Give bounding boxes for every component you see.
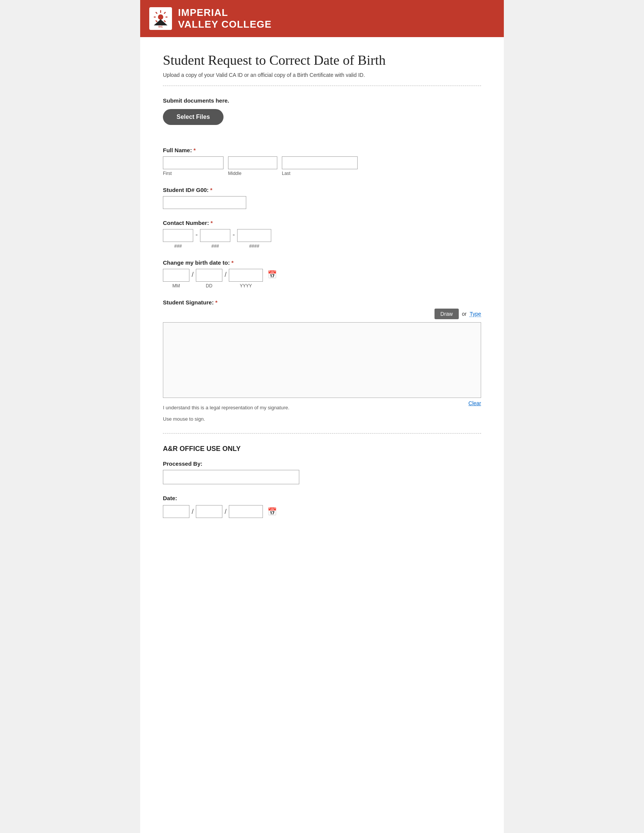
page-title: Student Request to Correct Date of Birth (163, 52, 481, 68)
birth-dd-sublabel: DD (206, 283, 212, 288)
last-name-input[interactable] (282, 156, 357, 169)
phone-prefix-input[interactable] (200, 229, 230, 242)
page-subtitle: Upload a copy of your Valid CA ID or an … (163, 72, 481, 78)
date-group: Date: / / 📅 (163, 495, 481, 518)
birth-date-label: Change my birth date to:* (163, 259, 481, 266)
birth-dd-input[interactable] (196, 269, 222, 282)
last-sublabel: Last (282, 171, 357, 176)
phone-prefix-sublabel: ### (211, 243, 219, 249)
student-id-input[interactable] (163, 196, 246, 209)
birth-yyyy-input[interactable] (229, 269, 263, 282)
last-name-wrap: Last (282, 156, 357, 176)
signature-note-2: Use mouse to sign. (163, 415, 290, 423)
college-logo: IVC (149, 7, 172, 30)
first-sublabel: First (163, 171, 224, 176)
signature-note-1: I understand this is a legal representat… (163, 404, 290, 412)
birth-dd-wrap: DD (196, 269, 222, 288)
contact-number-group: Contact Number:* ### - ### - #### (163, 220, 481, 249)
birth-yyyy-wrap: YYYY (229, 269, 263, 288)
contact-label: Contact Number:* (163, 220, 481, 226)
first-name-wrap: First (163, 156, 224, 176)
signature-canvas[interactable] (163, 322, 481, 398)
middle-sublabel: Middle (228, 171, 277, 176)
first-name-input[interactable] (163, 156, 224, 169)
ar-date-yyyy-input[interactable] (229, 505, 263, 518)
ar-date-label: Date: (163, 495, 481, 501)
birth-yyyy-sublabel: YYYY (240, 283, 252, 288)
full-name-label: Full Name:* (163, 147, 481, 153)
draw-button[interactable]: Draw (435, 309, 459, 319)
phone-line-input[interactable] (237, 229, 271, 242)
svg-point-1 (158, 14, 163, 20)
date-sep-2: / (224, 271, 227, 279)
phone-prefix-wrap: ### (200, 229, 230, 249)
phone-sep-1: - (195, 231, 198, 239)
ar-date-sep-1: / (191, 508, 194, 516)
ar-date-calendar-icon[interactable]: 📅 (267, 507, 277, 516)
processed-by-input[interactable] (163, 470, 299, 484)
ar-date-mm-input[interactable] (163, 505, 189, 518)
page-header: IVC IMPERIAL VALLEY COLLEGE (140, 0, 504, 37)
divider-top (163, 85, 481, 86)
phone-line-wrap: #### (237, 229, 271, 249)
processed-by-group: Processed By: (163, 460, 481, 484)
signature-group: Student Signature:* Draw or Type I under… (163, 299, 481, 423)
birth-mm-sublabel: MM (172, 283, 180, 288)
contact-required: * (211, 220, 213, 226)
college-name: IMPERIAL VALLEY COLLEGE (178, 7, 272, 30)
student-id-group: Student ID# G00:* (163, 187, 481, 209)
date-sep-1: / (191, 271, 194, 279)
phone-sep-2: - (232, 231, 236, 239)
ar-date-dd-input[interactable] (196, 505, 222, 518)
clear-link[interactable]: Clear (469, 400, 481, 406)
phone-area-wrap: ### (163, 229, 193, 249)
signature-required: * (215, 299, 217, 306)
select-files-button[interactable]: Select Files (163, 109, 224, 125)
upload-section: Submit documents here. Select Files (163, 97, 481, 136)
student-id-required: * (210, 187, 213, 193)
ar-section: A&R OFFICE USE ONLY Processed By: Date: … (163, 445, 481, 518)
signature-label: Student Signature:* (163, 299, 481, 306)
phone-line-sublabel: #### (249, 243, 259, 249)
upload-label: Submit documents here. (163, 97, 481, 104)
full-name-required: * (193, 147, 196, 153)
birth-mm-input[interactable] (163, 269, 189, 282)
processed-by-label: Processed By: (163, 460, 481, 467)
middle-name-wrap: Middle (228, 156, 277, 176)
divider-bottom (163, 433, 481, 434)
type-link[interactable]: Type (470, 311, 481, 317)
ar-date-sep-2: / (224, 508, 227, 516)
birth-date-calendar-icon[interactable]: 📅 (267, 270, 277, 279)
middle-name-input[interactable] (228, 156, 277, 169)
phone-area-sublabel: ### (174, 243, 182, 249)
or-text: or (462, 311, 466, 317)
birth-mm-wrap: MM (163, 269, 189, 288)
student-id-label: Student ID# G00:* (163, 187, 481, 193)
phone-area-input[interactable] (163, 229, 193, 242)
full-name-group: Full Name:* First Middle Last (163, 147, 481, 176)
ar-title: A&R OFFICE USE ONLY (163, 445, 481, 453)
birth-date-required: * (232, 259, 234, 266)
svg-text:IVC: IVC (158, 26, 163, 28)
birth-date-group: Change my birth date to:* MM / DD / YYYY… (163, 259, 481, 288)
